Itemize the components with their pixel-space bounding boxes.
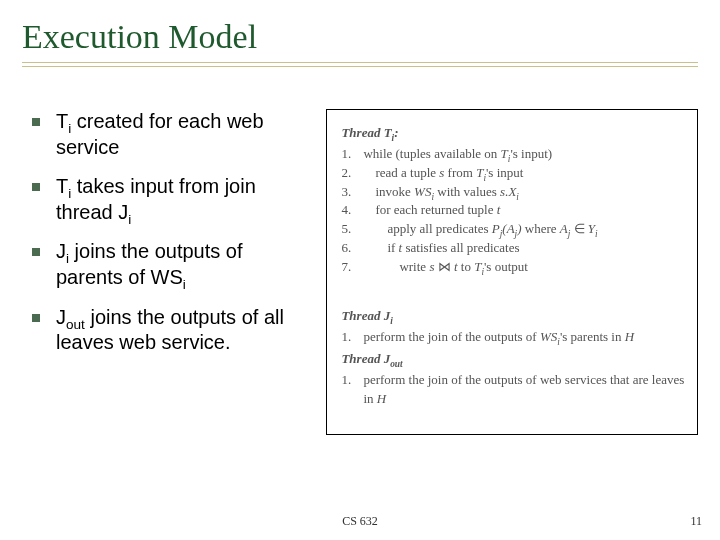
thread-t-step: 5.apply all predicates Pj(Aj) where Aj ∈… [341, 220, 687, 239]
thread-t-step: 3.invoke WSi with values s.Xi [341, 183, 687, 202]
bullet-icon [32, 314, 40, 322]
thread-t-step: 2.read a tuple s from Ti's input [341, 164, 687, 183]
step-number: 5. [341, 220, 363, 239]
list-item: Ti takes input from join thread Ji [22, 174, 312, 225]
bullet-text: Jout joins the outputs of all leaves web… [56, 305, 312, 356]
step-text: write s ⋈ t to Ti's output [363, 258, 528, 277]
step-text: perform the join of the outputs of WSi's… [363, 328, 634, 347]
step-text: invoke WSi with values s.Xi [363, 183, 519, 202]
step-number: 1. [341, 371, 363, 409]
bullet-text: Ti takes input from join thread Ji [56, 174, 312, 225]
footer-page-number: 11 [690, 514, 702, 529]
thread-jout-step: 1.perform the join of the outputs of web… [341, 371, 687, 409]
title-rule [22, 66, 698, 67]
thread-t-step: 4.for each returned tuple t [341, 201, 687, 220]
step-number: 4. [341, 201, 363, 220]
bullet-text: Ji joins the outputs of parents of WSi [56, 239, 312, 290]
title-rule [22, 62, 698, 63]
slide-body: Ti created for each web serviceTi takes … [22, 109, 698, 435]
step-number: 3. [341, 183, 363, 202]
step-number: 2. [341, 164, 363, 183]
list-item: Ji joins the outputs of parents of WSi [22, 239, 312, 290]
thread-t-step: 1.while (tuples available on Ti's input) [341, 145, 687, 164]
thread-j-step: 1.perform the join of the outputs of WSi… [341, 328, 687, 347]
thread-t-label: Thread Ti: [341, 124, 687, 143]
step-number: 1. [341, 328, 363, 347]
bullet-icon [32, 183, 40, 191]
step-text: for each returned tuple t [363, 201, 500, 220]
list-item: Jout joins the outputs of all leaves web… [22, 305, 312, 356]
slide-title: Execution Model [22, 18, 698, 60]
thread-t-step: 7.write s ⋈ t to Ti's output [341, 258, 687, 277]
step-number: 6. [341, 239, 363, 258]
step-text: perform the join of the outputs of web s… [363, 371, 687, 409]
step-text: while (tuples available on Ti's input) [363, 145, 552, 164]
slide-footer: CS 632 11 [0, 514, 720, 532]
footer-center: CS 632 [342, 514, 378, 529]
thread-jout-label: Thread Jout [341, 350, 687, 369]
step-text: if t satisfies all predicates [363, 239, 519, 258]
bullet-text: Ti created for each web service [56, 109, 312, 160]
step-text: read a tuple s from Ti's input [363, 164, 523, 183]
thread-t-step: 6.if t satisfies all predicates [341, 239, 687, 258]
bullet-icon [32, 248, 40, 256]
list-item: Ti created for each web service [22, 109, 312, 160]
algorithm-figure: Thread Ti:1.while (tuples available on T… [326, 109, 698, 435]
slide: Execution Model Ti created for each web … [0, 0, 720, 540]
bullet-list: Ti created for each web serviceTi takes … [22, 109, 312, 435]
step-text: apply all predicates Pj(Aj) where Aj ∈ Y… [363, 220, 597, 239]
step-number: 7. [341, 258, 363, 277]
thread-j-label: Thread Ji [341, 307, 687, 326]
bullet-icon [32, 118, 40, 126]
step-number: 1. [341, 145, 363, 164]
